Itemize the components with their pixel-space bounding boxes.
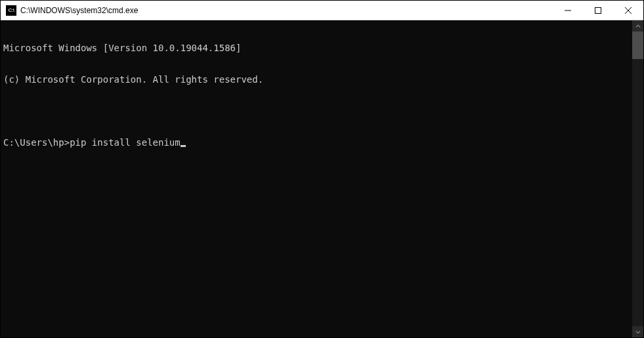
window-title: C:\WINDOWS\system32\cmd.exe [20, 6, 553, 15]
terminal-command: pip install selenium [70, 137, 181, 148]
scrollbar-down-button[interactable] [632, 326, 643, 337]
cmd-icon: C:\ [6, 5, 16, 16]
maximize-button[interactable] [583, 1, 613, 20]
chevron-up-icon [635, 24, 641, 29]
scrollbar-up-button[interactable] [632, 20, 643, 32]
vertical-scrollbar[interactable] [632, 20, 643, 337]
terminal-output-line: Microsoft Windows [Version 10.0.19044.15… [3, 43, 632, 53]
titlebar[interactable]: C:\ C:\WINDOWS\system32\cmd.exe [1, 1, 643, 20]
close-icon [625, 7, 632, 14]
scrollbar-thumb[interactable] [632, 32, 643, 59]
maximize-icon [595, 7, 601, 14]
terminal-prompt: C:\Users\hp> [3, 137, 70, 148]
minimize-icon [565, 7, 571, 14]
terminal-output-line: (c) Microsoft Corporation. All rights re… [3, 74, 632, 85]
close-button[interactable] [613, 1, 643, 20]
cmd-window: C:\ C:\WINDOWS\system32\cmd.exe [1, 1, 643, 337]
terminal[interactable]: Microsoft Windows [Version 10.0.19044.15… [1, 20, 632, 337]
window-controls [553, 1, 643, 20]
terminal-blank-line [3, 106, 632, 116]
cursor [181, 145, 186, 147]
minimize-button[interactable] [553, 1, 583, 20]
svg-rect-1 [595, 7, 601, 13]
terminal-prompt-line: C:\Users\hp>pip install selenium [3, 137, 632, 148]
terminal-container: Microsoft Windows [Version 10.0.19044.15… [1, 20, 643, 337]
cmd-icon-label: C:\ [8, 7, 14, 13]
chevron-down-icon [635, 329, 641, 335]
scrollbar-track[interactable] [632, 32, 643, 326]
